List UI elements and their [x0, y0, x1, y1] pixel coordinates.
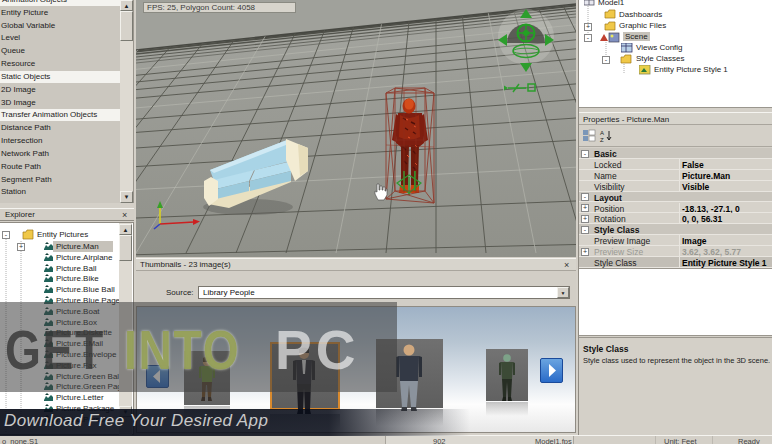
svg-text:A: A: [600, 130, 604, 136]
svg-text:Z: Z: [600, 137, 604, 143]
